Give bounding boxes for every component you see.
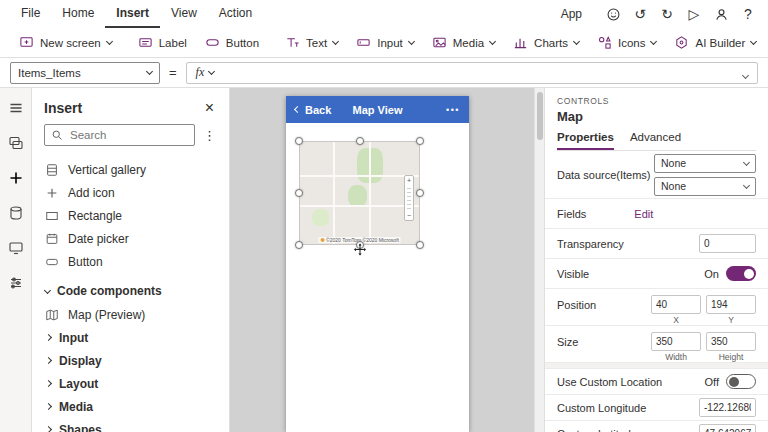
label-label: Label (159, 37, 187, 49)
transparency-label: Transparency (557, 238, 624, 250)
size-height-input[interactable] (706, 332, 756, 351)
size-label: Size (557, 336, 578, 348)
resize-handle[interactable] (295, 189, 303, 197)
position-y-input[interactable] (706, 295, 756, 314)
back-label: Back (305, 104, 331, 116)
advanced-tools-icon[interactable] (6, 273, 26, 293)
insert-item-label: Add icon (68, 186, 115, 200)
text-menu[interactable]: Text (276, 28, 347, 57)
fields-edit-link[interactable]: Edit (634, 208, 653, 220)
help-icon[interactable]: ? (736, 2, 760, 26)
resize-handle[interactable] (356, 137, 364, 145)
resize-handle[interactable] (295, 137, 303, 145)
rectangle-icon (45, 209, 59, 223)
tab-advanced[interactable]: Advanced (630, 131, 681, 150)
position-y-caption: Y (728, 315, 734, 325)
custom-location-toggle[interactable] (726, 374, 756, 389)
charts-menu[interactable]: Charts (504, 28, 588, 57)
text-label: Text (306, 37, 327, 49)
label-button[interactable]: Label (129, 28, 196, 57)
search-input[interactable] (68, 128, 188, 142)
hamburger-menu-icon[interactable] (6, 98, 26, 118)
data-icon[interactable] (6, 203, 26, 223)
map-icon (45, 308, 59, 322)
search-box[interactable] (44, 124, 195, 146)
insert-item-date-picker[interactable]: Date picker (32, 227, 229, 250)
custom-location-state-label: Off (705, 376, 719, 388)
canvas-area: Back Map View ••• + (230, 88, 544, 432)
person-icon[interactable] (709, 2, 733, 26)
canvas-scrollbar[interactable] (534, 88, 544, 432)
input-menu[interactable]: Input (347, 28, 423, 57)
overflow-menu-icon[interactable]: ••• (446, 105, 460, 115)
insert-item-rectangle[interactable]: Rectangle (32, 204, 229, 227)
menu-action[interactable]: Action (208, 0, 263, 28)
formula-input[interactable] (223, 63, 734, 83)
undo-icon[interactable]: ↺ (628, 2, 652, 26)
property-selector[interactable]: Items_Items (10, 62, 160, 84)
tree-view-icon[interactable] (6, 133, 26, 153)
label-icon (138, 35, 153, 50)
custom-longitude-input[interactable] (699, 398, 756, 417)
menu-view[interactable]: View (160, 0, 208, 28)
map-control[interactable]: + − ©2020 TomTom ©2020 Microsoft (299, 141, 420, 245)
category-layout[interactable]: Layout (32, 372, 229, 395)
icons-label: Icons (618, 37, 646, 49)
play-icon[interactable]: ▷ (682, 2, 706, 26)
resize-handle[interactable] (416, 137, 424, 145)
back-button[interactable]: Back (295, 104, 331, 116)
data-source-select-2[interactable]: None (654, 177, 756, 196)
zoom-in-icon[interactable]: + (407, 177, 411, 184)
category-shapes[interactable]: Shapes (32, 418, 229, 432)
scrollbar-thumb[interactable] (537, 92, 543, 140)
insert-item-map-preview[interactable]: Map (Preview) (32, 303, 229, 326)
visible-toggle[interactable] (726, 266, 756, 281)
media-rail-icon[interactable] (6, 238, 26, 258)
resize-handle[interactable] (416, 241, 424, 249)
position-x-input[interactable] (651, 295, 701, 314)
insert-item-button[interactable]: Button (32, 250, 229, 273)
close-icon[interactable]: × (202, 100, 217, 116)
resize-handle[interactable] (416, 189, 424, 197)
data-source-select-1[interactable]: None (654, 154, 756, 173)
new-screen-button[interactable]: New screen (10, 28, 121, 57)
map-zoom-control[interactable]: + − (404, 175, 414, 221)
app-screen-canvas[interactable]: Back Map View ••• + (286, 96, 469, 432)
icons-icon (597, 35, 612, 50)
fx-selector[interactable]: fx (187, 65, 224, 80)
transparency-input[interactable] (699, 234, 756, 253)
menu-insert[interactable]: Insert (105, 0, 160, 28)
insert-item-add-icon[interactable]: Add icon (32, 181, 229, 204)
size-width-caption: Width (665, 352, 687, 362)
category-input[interactable]: Input (32, 326, 229, 349)
custom-location-toggle-wrap: Off (705, 374, 756, 389)
size-width-input[interactable] (651, 332, 701, 351)
icons-menu[interactable]: Icons (588, 28, 666, 57)
map-green-area (312, 209, 329, 225)
fx-label: fx (196, 65, 205, 80)
category-display[interactable]: Display (32, 349, 229, 372)
menu-home[interactable]: Home (51, 0, 105, 28)
powerapps-studio: File Home Insert View Action App ↺ ↻ ▷ ?… (0, 0, 768, 432)
redo-icon[interactable]: ↻ (655, 2, 679, 26)
data-source-value-1: None (661, 157, 686, 169)
ai-builder-menu[interactable]: AI Builder (665, 28, 765, 57)
media-menu[interactable]: Media (423, 28, 504, 57)
insert-item-vertical-gallery[interactable]: Vertical gallery (32, 158, 229, 181)
zoom-out-icon[interactable]: − (407, 212, 411, 219)
button-button[interactable]: Button (196, 28, 268, 57)
tab-properties[interactable]: Properties (557, 131, 614, 150)
zoom-slider[interactable] (407, 185, 411, 211)
section-code-components[interactable]: Code components (32, 279, 229, 303)
feedback-icon[interactable] (601, 2, 625, 26)
resize-handle[interactable] (295, 241, 303, 249)
menu-file[interactable]: File (10, 0, 51, 28)
insert-panel: Insert × ⋮ Vertical gallery Add icon (32, 88, 230, 432)
insert-item-label: Vertical gallery (68, 163, 146, 177)
insert-plus-icon[interactable] (6, 168, 26, 188)
custom-longitude-row: Custom Longitude (545, 395, 768, 421)
formula-expand-button[interactable] (734, 64, 757, 82)
kebab-menu-icon[interactable]: ⋮ (200, 128, 219, 143)
category-media[interactable]: Media (32, 395, 229, 418)
custom-latitude-input[interactable] (699, 424, 756, 432)
